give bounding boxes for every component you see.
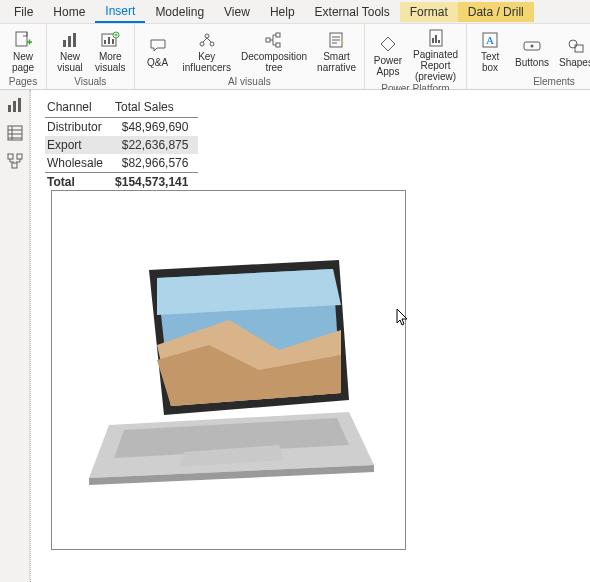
sales-table-visual[interactable]: Channel Total Sales Distributor $48,969,… (45, 98, 198, 191)
new-page-label: New page (12, 51, 34, 73)
ribbon-group-elements: A Text box Buttons Shapes Imag (467, 24, 590, 89)
smart-narrative-label: Smart narrative (317, 51, 356, 73)
group-label-ai: AI visuals (228, 77, 271, 88)
ribbon-group-pages: New page Pages (0, 24, 47, 89)
buttons-icon (522, 36, 542, 56)
menu-format[interactable]: Format (400, 2, 458, 22)
view-switcher (0, 90, 30, 582)
svg-rect-17 (432, 38, 434, 43)
cell-sales: $22,636,875 (113, 136, 198, 154)
menu-home[interactable]: Home (43, 2, 95, 22)
table-header-channel[interactable]: Channel (45, 98, 113, 118)
model-view-icon[interactable] (6, 152, 24, 170)
cell-channel: Wholesale (45, 154, 113, 173)
svg-rect-1 (63, 40, 66, 47)
cell-sales: $82,966,576 (113, 154, 198, 173)
menu-data-drill[interactable]: Data / Drill (458, 2, 534, 22)
new-visual-button[interactable]: New visual (51, 28, 89, 75)
svg-point-24 (569, 40, 577, 48)
svg-point-11 (210, 42, 214, 46)
svg-point-10 (200, 42, 204, 46)
power-apps-icon (378, 34, 398, 54)
svg-rect-2 (68, 36, 71, 47)
menu-external-tools[interactable]: External Tools (305, 2, 400, 22)
qa-button[interactable]: Q&A (139, 34, 177, 70)
svg-rect-5 (104, 40, 106, 44)
new-page-button[interactable]: New page (4, 28, 42, 75)
buttons-button[interactable]: Buttons (511, 34, 553, 70)
paginated-report-button[interactable]: Paginated Report (preview) (409, 26, 462, 84)
svg-point-9 (205, 34, 209, 38)
svg-rect-34 (12, 163, 17, 168)
group-label-elements: Elements (533, 77, 575, 88)
group-label-visuals: Visuals (74, 77, 106, 88)
decomposition-tree-icon (264, 30, 284, 50)
new-page-icon (13, 30, 33, 50)
menu-insert[interactable]: Insert (95, 1, 145, 23)
key-influencers-label: Key influencers (183, 51, 231, 73)
svg-rect-18 (435, 35, 437, 43)
buttons-label: Buttons (515, 57, 549, 68)
table-header-total-sales[interactable]: Total Sales (113, 98, 198, 118)
report-view-icon[interactable] (6, 96, 24, 114)
smart-narrative-icon (327, 30, 347, 50)
menu-bar: File Home Insert Modeling View Help Exte… (0, 0, 590, 24)
svg-rect-33 (17, 154, 22, 159)
new-visual-label: New visual (57, 51, 83, 73)
menu-help[interactable]: Help (260, 2, 305, 22)
table-row[interactable]: Wholesale $82,966,576 (45, 154, 198, 173)
svg-rect-19 (438, 40, 440, 43)
svg-rect-7 (112, 39, 114, 44)
svg-rect-29 (13, 101, 16, 112)
shapes-icon (566, 36, 586, 56)
ribbon-group-ai: Q&A Key influencers Decomposition tree S… (135, 24, 365, 89)
cell-channel: Distributor (45, 118, 113, 137)
menu-modeling[interactable]: Modeling (145, 2, 214, 22)
paginated-report-label: Paginated Report (preview) (413, 49, 458, 82)
ribbon-group-power-platform: Power Apps Paginated Report (preview) Po… (365, 24, 467, 89)
smart-narrative-button[interactable]: Smart narrative (313, 28, 360, 75)
image-visual[interactable] (51, 190, 406, 550)
power-apps-button[interactable]: Power Apps (369, 32, 407, 79)
svg-rect-6 (108, 37, 110, 44)
qa-label: Q&A (147, 57, 168, 68)
shapes-label: Shapes (559, 57, 590, 68)
svg-rect-3 (73, 33, 76, 47)
table-row[interactable]: Export $22,636,875 (45, 136, 198, 154)
laptop-image-icon (79, 240, 379, 500)
paginated-report-icon (426, 28, 446, 48)
svg-point-23 (531, 44, 534, 47)
decomposition-tree-label: Decomposition tree (241, 51, 307, 73)
textbox-button[interactable]: A Text box (471, 28, 509, 75)
textbox-icon: A (480, 30, 500, 50)
cell-channel: Export (45, 136, 113, 154)
group-label-pages: Pages (9, 77, 37, 88)
svg-rect-13 (276, 33, 280, 37)
svg-rect-12 (266, 38, 270, 42)
speech-bubble-icon (148, 36, 168, 56)
decomposition-tree-button[interactable]: Decomposition tree (237, 28, 311, 75)
chart-icon (60, 30, 80, 50)
key-influencers-icon (197, 30, 217, 50)
shapes-button[interactable]: Shapes (555, 34, 590, 70)
ribbon-group-visuals: New visual More visuals Visuals (47, 24, 135, 89)
menu-view[interactable]: View (214, 2, 260, 22)
table-row[interactable]: Distributor $48,969,690 (45, 118, 198, 137)
cursor-icon (396, 308, 410, 326)
data-view-icon[interactable] (6, 124, 24, 142)
more-visuals-button[interactable]: More visuals (91, 28, 130, 75)
svg-rect-32 (8, 154, 13, 159)
svg-rect-30 (18, 98, 21, 112)
svg-rect-0 (16, 32, 27, 46)
table-total-row[interactable]: Total $154,573,141 (45, 173, 198, 192)
report-canvas[interactable]: Channel Total Sales Distributor $48,969,… (30, 90, 590, 582)
more-visuals-icon (100, 30, 120, 50)
textbox-label: Text box (481, 51, 499, 73)
svg-text:A: A (486, 34, 494, 46)
more-visuals-label: More visuals (95, 51, 126, 73)
power-apps-label: Power Apps (374, 55, 402, 77)
svg-rect-14 (276, 43, 280, 47)
key-influencers-button[interactable]: Key influencers (179, 28, 235, 75)
menu-file[interactable]: File (4, 2, 43, 22)
ribbon: New page Pages New visual More visuals V… (0, 24, 590, 90)
